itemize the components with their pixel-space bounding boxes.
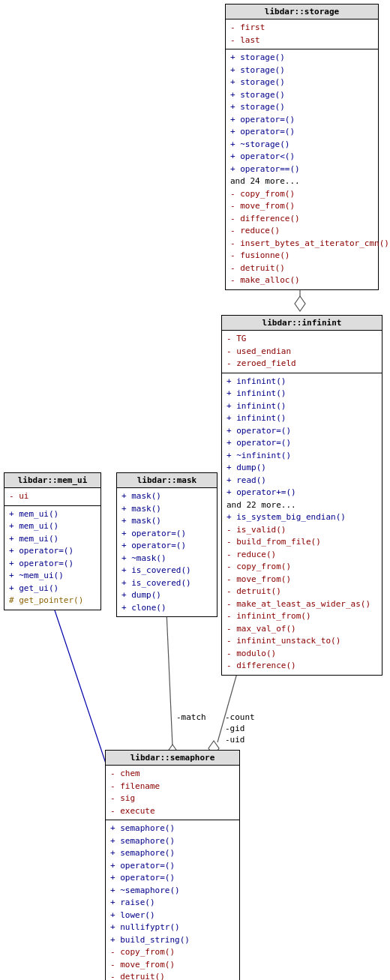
- mem-ui-m0: + mem_ui(): [9, 508, 96, 521]
- storage-m7: + ~storage(): [230, 139, 374, 151]
- mask-title: libdar::mask: [117, 473, 217, 488]
- infinint-fields: - TG - used_endian - zeroed_field: [222, 331, 382, 373]
- storage-m5: + operator=(): [230, 114, 374, 127]
- diagram-container: -field -count -gid -uid -match libdar::s…: [0, 0, 390, 980]
- sem-m11: - move_from(): [110, 959, 235, 972]
- infinint-m15: - copy_from(): [226, 561, 377, 574]
- infinint-m17: - detruit(): [226, 586, 377, 598]
- storage-m13: - difference(): [230, 213, 374, 226]
- storage-m12: - move_from(): [230, 200, 374, 213]
- sem-f0: - chem: [110, 768, 235, 781]
- mask-m8: + dump(): [122, 589, 212, 602]
- infinint-title: libdar::infinint: [222, 316, 382, 331]
- infinint-box: libdar::infinint - TG - used_endian - ze…: [221, 315, 382, 676]
- storage-title: libdar::storage: [226, 4, 378, 19]
- storage-methods: + storage() + storage() + storage() + st…: [226, 49, 378, 289]
- mask-m1: + mask(): [122, 503, 212, 516]
- infinint-f0: - TG: [226, 333, 377, 346]
- infinint-m0: + infinint(): [226, 376, 377, 388]
- mask-m6: + is_covered(): [122, 565, 212, 577]
- sem-m7: + lower(): [110, 910, 235, 922]
- storage-m9: + operator==(): [230, 163, 374, 176]
- infinint-methods: + infinint() + infinint() + infinint() +…: [222, 373, 382, 675]
- mem-ui-f0: - ui: [9, 490, 96, 503]
- storage-m3: + storage(): [230, 89, 374, 102]
- storage-m4: + storage(): [230, 101, 374, 114]
- storage-box: libdar::storage - first - last + storage…: [225, 4, 379, 290]
- sem-m0: + semaphore(): [110, 823, 235, 835]
- mem-ui-fields: - ui: [4, 488, 100, 506]
- infinint-m8: + read(): [226, 475, 377, 487]
- mask-box: libdar::mask + mask() + mask() + mask() …: [116, 472, 218, 617]
- mask-m7: + is_covered(): [122, 577, 212, 590]
- infinint-m16: - move_from(): [226, 574, 377, 586]
- mask-m0: + mask(): [122, 490, 212, 503]
- mask-m2: + mask(): [122, 515, 212, 528]
- mem-ui-title: libdar::mem_ui: [4, 473, 100, 488]
- sem-m4: + operator=(): [110, 872, 235, 885]
- semaphore-methods: + semaphore() + semaphore() + semaphore(…: [106, 820, 239, 980]
- mask-m3: + operator=(): [122, 528, 212, 541]
- infinint-m12: - is_valid(): [226, 524, 377, 537]
- infinint-m22: - modulo(): [226, 648, 377, 661]
- mem-ui-m1: + mem_ui(): [9, 520, 96, 533]
- storage-m15: - insert_bytes_at_iterator_cmn(): [230, 238, 374, 250]
- mask-m9: + clone(): [122, 602, 212, 615]
- infinint-m1: + infinint(): [226, 388, 377, 400]
- infinint-m9: + operator+=(): [226, 487, 377, 499]
- infinint-m21: - infinint_unstack_to(): [226, 635, 377, 648]
- mem-ui-m7: # get_pointer(): [9, 595, 96, 607]
- storage-fields: - first - last: [226, 19, 378, 49]
- infinint-m13: - build_from_file(): [226, 536, 377, 549]
- infinint-m14: - reduce(): [226, 549, 377, 562]
- mem-ui-m5: + ~mem_ui(): [9, 570, 96, 583]
- sem-f3: - execute: [110, 805, 235, 818]
- mask-m4: + operator=(): [122, 540, 212, 553]
- storage-m2: + storage(): [230, 76, 374, 89]
- storage-m11: - copy_from(): [230, 188, 374, 201]
- infinint-m3: + infinint(): [226, 412, 377, 425]
- sem-m8: + nullifyptr(): [110, 922, 235, 934]
- infinint-m2: + infinint(): [226, 400, 377, 413]
- infinint-m4: + operator=(): [226, 425, 377, 438]
- infinint-m23: - difference(): [226, 660, 377, 673]
- storage-field-1: - first: [230, 22, 374, 34]
- mem-ui-m6: + get_ui(): [9, 583, 96, 595]
- storage-m0: + storage(): [230, 52, 374, 64]
- infinint-m5: + operator=(): [226, 437, 377, 450]
- sem-m6: + raise(): [110, 897, 235, 910]
- semaphore-title: libdar::semaphore: [106, 751, 239, 766]
- svg-text:-match: -match: [176, 712, 206, 722]
- svg-marker-1: [295, 296, 305, 311]
- semaphore-fields: - chem - filename - sig - execute: [106, 766, 239, 820]
- mask-methods: + mask() + mask() + mask() + operator=()…: [117, 488, 217, 616]
- mem-ui-box: libdar::mem_ui - ui + mem_ui() + mem_ui(…: [4, 472, 101, 610]
- svg-text:-count: -count: [225, 712, 255, 722]
- sem-m12: - detruit(): [110, 971, 235, 980]
- sem-f1: - filename: [110, 781, 235, 793]
- sem-m3: + operator=(): [110, 860, 235, 873]
- storage-m14: - reduce(): [230, 225, 374, 238]
- storage-m16: - fusionne(): [230, 250, 374, 262]
- infinint-m18: - make_at_least_as_wider_as(): [226, 598, 377, 611]
- infinint-f2: - zeroed_field: [226, 358, 377, 370]
- sem-m1: + semaphore(): [110, 835, 235, 848]
- sem-m10: - copy_from(): [110, 946, 235, 959]
- storage-m18: - make_alloc(): [230, 274, 374, 287]
- infinint-m20: - max_val_of(): [226, 623, 377, 636]
- infinint-m11: + is_system_big_endian(): [226, 511, 377, 524]
- sem-m9: + build_string(): [110, 934, 235, 947]
- semaphore-box: libdar::semaphore - chem - filename - si…: [105, 750, 240, 980]
- storage-m17: - detruit(): [230, 262, 374, 275]
- mem-ui-m3: + operator=(): [9, 545, 96, 558]
- sem-m5: + ~semaphore(): [110, 885, 235, 898]
- svg-text:-uid: -uid: [225, 735, 245, 745]
- mem-ui-m2: + mem_ui(): [9, 533, 96, 546]
- infinint-m19: - infinint_from(): [226, 610, 377, 623]
- sem-f2: - sig: [110, 793, 235, 805]
- infinint-f1: - used_endian: [226, 346, 377, 358]
- svg-text:-gid: -gid: [225, 724, 245, 733]
- storage-field-2: - last: [230, 34, 374, 47]
- storage-m6: + operator=(): [230, 126, 374, 139]
- infinint-m6: + ~infinint(): [226, 450, 377, 463]
